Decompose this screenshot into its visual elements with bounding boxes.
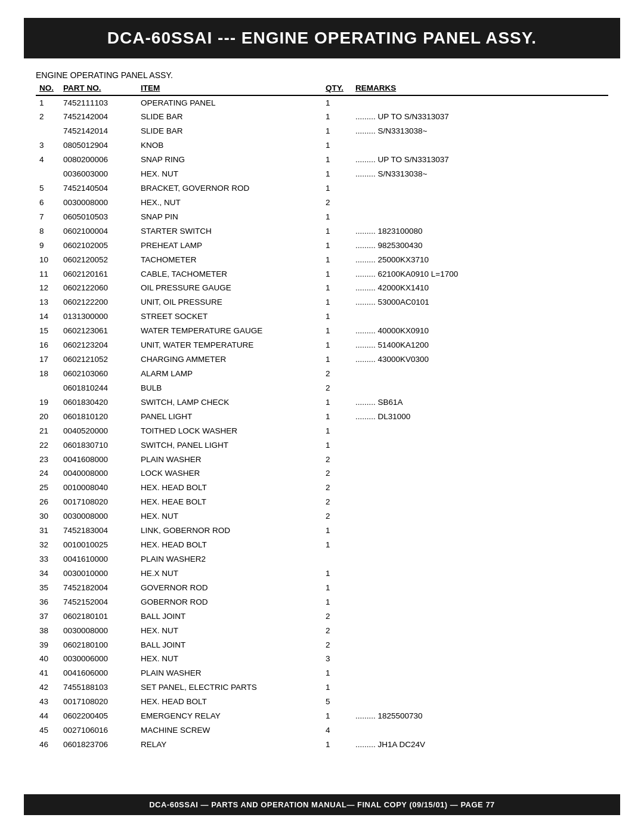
cell-part: 0131300000 bbox=[60, 310, 137, 324]
cell-part: 0010010025 bbox=[60, 538, 137, 553]
cell-remarks bbox=[352, 467, 608, 481]
table-row: 260017108020HEX. HEAE BOLT2 bbox=[36, 496, 608, 510]
cell-remarks bbox=[352, 695, 608, 710]
table-row: 90602102005PREHEAT LAMP1......... 982530… bbox=[36, 239, 608, 253]
cell-item: SET PANEL, ELECTRIC PARTS bbox=[137, 681, 322, 695]
cell-qty: 2 bbox=[322, 609, 352, 624]
cell-remarks bbox=[352, 481, 608, 496]
cell-item: MACHINE SCREW bbox=[137, 724, 322, 738]
cell-qty: 1 bbox=[322, 324, 352, 339]
cell-item: HEX. NUT bbox=[137, 168, 322, 182]
cell-item: GOVERNOR ROD bbox=[137, 581, 322, 595]
cell-no: 36 bbox=[36, 595, 60, 609]
cell-part: 0041610000 bbox=[60, 553, 137, 567]
cell-qty: 2 bbox=[322, 481, 352, 496]
cell-no: 34 bbox=[36, 566, 60, 581]
cell-no: 32 bbox=[36, 538, 60, 553]
cell-item: RELAY bbox=[137, 738, 322, 752]
cell-qty: 1 bbox=[322, 110, 352, 125]
table-row: 130602122200UNIT, OIL PRESSURE1.........… bbox=[36, 296, 608, 310]
table-row: 317452183004LINK, GOBERNOR ROD1 bbox=[36, 524, 608, 538]
cell-item: SWITCH, PANEL LIGHT bbox=[137, 438, 322, 453]
cell-no: 16 bbox=[36, 339, 60, 353]
cell-qty: 1 bbox=[322, 125, 352, 139]
table-row: 300030008000HEX. NUT2 bbox=[36, 510, 608, 524]
cell-part: 0601810120 bbox=[60, 410, 137, 424]
page-header: DCA-60SSAI --- ENGINE OPERATING PANEL AS… bbox=[24, 18, 620, 58]
cell-item: HEX., NUT bbox=[137, 196, 322, 210]
cell-part: 0602120161 bbox=[60, 267, 137, 281]
cell-remarks bbox=[352, 681, 608, 695]
table-row: 17452111103OPERATING PANEL1 bbox=[36, 95, 608, 110]
cell-no: 4 bbox=[36, 153, 60, 168]
cell-no: 10 bbox=[36, 253, 60, 267]
table-row: 340030010000HE.X NUT1 bbox=[36, 566, 608, 581]
cell-item: SLIDE BAR bbox=[137, 110, 322, 125]
cell-remarks bbox=[352, 367, 608, 382]
cell-no: 43 bbox=[36, 695, 60, 710]
cell-remarks bbox=[352, 510, 608, 524]
table-row: 370602180101BALL JOINT2 bbox=[36, 609, 608, 624]
cell-no: 3 bbox=[36, 139, 60, 153]
page: DCA-60SSAI --- ENGINE OPERATING PANEL AS… bbox=[0, 0, 644, 833]
cell-no: 39 bbox=[36, 638, 60, 652]
table-row: 380030008000HEX. NUT2 bbox=[36, 624, 608, 638]
cell-part: 7452142004 bbox=[60, 110, 137, 125]
cell-no: 46 bbox=[36, 738, 60, 752]
cell-part: 0036003000 bbox=[60, 168, 137, 182]
cell-qty: 1 bbox=[322, 224, 352, 239]
cell-part: 0080200006 bbox=[60, 153, 137, 168]
cell-item: KNOB bbox=[137, 139, 322, 153]
cell-no: 14 bbox=[36, 310, 60, 324]
table-row: 410041606000PLAIN WASHER1 bbox=[36, 667, 608, 681]
cell-no bbox=[36, 381, 60, 395]
cell-part: 0010008040 bbox=[60, 481, 137, 496]
cell-part: 0041606000 bbox=[60, 667, 137, 681]
cell-no: 8 bbox=[36, 224, 60, 239]
cell-part: 0805012904 bbox=[60, 139, 137, 153]
table-row: 60030008000HEX., NUT2 bbox=[36, 196, 608, 210]
cell-part: 0601830420 bbox=[60, 395, 137, 410]
cell-qty: 1 bbox=[322, 424, 352, 438]
table-row: 200601810120PANEL LIGHT1......... DL3100… bbox=[36, 410, 608, 424]
cell-item: STREET SOCKET bbox=[137, 310, 322, 324]
cell-no: 40 bbox=[36, 652, 60, 667]
cell-no: 20 bbox=[36, 410, 60, 424]
cell-remarks bbox=[352, 724, 608, 738]
cell-item: LOCK WASHER bbox=[137, 467, 322, 481]
cell-qty: 1 bbox=[322, 595, 352, 609]
cell-part: 0602122060 bbox=[60, 281, 137, 296]
cell-item: WATER TEMPERATURE GAUGE bbox=[137, 324, 322, 339]
cell-item: HEX. HEAE BOLT bbox=[137, 496, 322, 510]
cell-item: HEX. HEAD BOLT bbox=[137, 695, 322, 710]
section-title: ENGINE OPERATING PANEL ASSY. bbox=[36, 70, 608, 80]
cell-item: BALL JOINT bbox=[137, 638, 322, 652]
cell-item: OIL PRESSURE GAUGE bbox=[137, 281, 322, 296]
cell-item: SWITCH, LAMP CHECK bbox=[137, 395, 322, 410]
cell-no bbox=[36, 168, 60, 182]
cell-item: SLIDE BAR bbox=[137, 125, 322, 139]
table-row: 460601823706RELAY1......... JH1A DC24V bbox=[36, 738, 608, 752]
cell-qty: 1 bbox=[322, 395, 352, 410]
cell-qty: 3 bbox=[322, 652, 352, 667]
cell-remarks: ......... 9825300430 bbox=[352, 239, 608, 253]
table-row: 40080200006SNAP RING1......... UP TO S/N… bbox=[36, 153, 608, 168]
cell-remarks: ......... S/N3313038~ bbox=[352, 168, 608, 182]
cell-qty: 1 bbox=[322, 353, 352, 367]
cell-qty: 2 bbox=[322, 196, 352, 210]
cell-remarks: ......... UP TO S/N3313037 bbox=[352, 153, 608, 168]
table-row: 180602103060ALARM LAMP2 bbox=[36, 367, 608, 382]
cell-qty: 1 bbox=[322, 95, 352, 110]
cell-remarks: ......... 43000KV0300 bbox=[352, 353, 608, 367]
cell-remarks: ......... S/N3313038~ bbox=[352, 125, 608, 139]
cell-no: 38 bbox=[36, 624, 60, 638]
cell-no: 17 bbox=[36, 353, 60, 367]
cell-qty: 1 bbox=[322, 310, 352, 324]
cell-item: PANEL LIGHT bbox=[137, 410, 322, 424]
cell-part: 7452152004 bbox=[60, 595, 137, 609]
cell-item: ALARM LAMP bbox=[137, 367, 322, 382]
cell-item: GOBERNOR ROD bbox=[137, 595, 322, 609]
table-row: 450027106016MACHINE SCREW4 bbox=[36, 724, 608, 738]
cell-remarks bbox=[352, 595, 608, 609]
cell-item: HEX. NUT bbox=[137, 652, 322, 667]
